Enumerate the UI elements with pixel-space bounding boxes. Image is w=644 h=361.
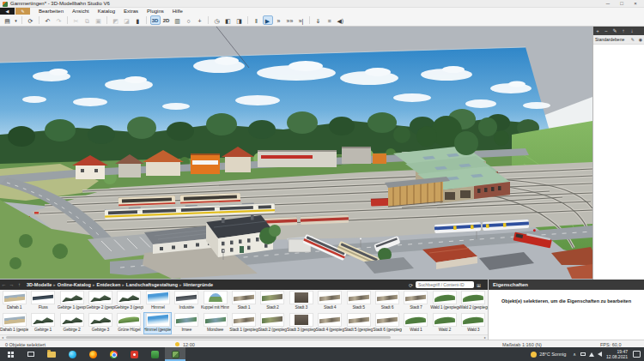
catalog-item[interactable]: Fluss xyxy=(28,290,57,312)
catalog-item[interactable]: Wald 1 xyxy=(402,312,430,334)
view-3d-button[interactable]: 3D xyxy=(150,15,161,25)
panel-left-button[interactable]: ◧ xyxy=(223,15,234,25)
catalog-item[interactable]: Stadt 2 xyxy=(258,290,287,312)
catalog-item[interactable]: Stadt 6 (gespiegelt) xyxy=(373,312,401,334)
catalog-item[interactable]: Gebirge 3 xyxy=(86,312,114,334)
battery-icon[interactable] xyxy=(580,352,586,356)
edit-layer-button[interactable]: ✎ xyxy=(611,27,619,35)
catalog-item[interactable]: Stadt 1 xyxy=(229,290,258,312)
catalog-item[interactable]: Stadt 4 (gespiegelt) xyxy=(316,312,344,334)
menu-item[interactable]: Katalog xyxy=(94,8,119,15)
app-red-button[interactable] xyxy=(124,347,144,361)
minimize-button[interactable]: ─ xyxy=(601,0,615,8)
catalog-item[interactable]: Gebirge 3 (gespiegelt) xyxy=(115,290,143,312)
remove-layer-button[interactable]: − xyxy=(602,27,611,35)
paste-button[interactable]: ▣ xyxy=(94,15,104,25)
fast-forward-button[interactable]: » xyxy=(274,15,284,25)
maximize-button[interactable]: □ xyxy=(615,0,629,8)
breadcrumb-item[interactable]: Landschaftsgestaltung xyxy=(125,280,179,290)
back-mode-button[interactable]: ◀ xyxy=(0,8,15,15)
delete-button[interactable]: ▮ xyxy=(133,15,143,25)
menu-item[interactable]: Extras xyxy=(119,8,143,15)
copy-button[interactable]: ⧉ xyxy=(82,15,93,25)
3d-viewport[interactable] xyxy=(0,27,592,280)
scrollbar-thumb[interactable] xyxy=(6,336,391,339)
task-view-button[interactable] xyxy=(21,347,41,361)
grid-button[interactable]: ▥ xyxy=(173,15,183,25)
catalog-item[interactable]: Gebirge 2 xyxy=(58,312,86,334)
file-explorer-button[interactable] xyxy=(41,347,62,361)
catalog-back-button[interactable]: ← xyxy=(0,280,8,290)
cut-button[interactable]: ✂ xyxy=(71,15,82,25)
chrome-button[interactable] xyxy=(103,347,124,361)
contour-button[interactable]: ≡ xyxy=(325,15,335,25)
menu-item[interactable]: Ansicht xyxy=(68,8,94,15)
start-button[interactable] xyxy=(0,347,21,361)
mirror-vertical-button[interactable]: ◪ xyxy=(122,15,132,25)
taskbar-clock[interactable]: 19:47 12.08.2021 xyxy=(606,349,628,359)
weather-text[interactable]: 28°C Sonnig xyxy=(539,352,566,357)
view-2d-button[interactable]: 2D xyxy=(161,15,172,25)
catalog-item[interactable]: Mondsee xyxy=(201,312,229,334)
catalog-item[interactable]: Gebirge 2 (gespiegelt) xyxy=(86,290,114,312)
catalog-up-button[interactable]: ↑ xyxy=(15,280,23,290)
catalog-item[interactable]: Stadt 7 xyxy=(402,290,430,312)
breadcrumb-item[interactable]: Hintergründe xyxy=(182,280,216,290)
catalog-item[interactable]: Stadt 6 xyxy=(373,290,401,312)
layer-edit-icon[interactable]: ✎ xyxy=(631,36,635,44)
action-center-icon[interactable] xyxy=(633,351,641,358)
layer-row-standardebene[interactable]: Standardebene ✎ ◉ xyxy=(593,35,644,45)
app-green-button[interactable] xyxy=(144,347,165,361)
panel-right-button[interactable]: ◨ xyxy=(234,15,245,25)
catalog-item[interactable]: Himmel (gespiegelt) xyxy=(143,312,172,334)
volume-icon[interactable] xyxy=(598,352,602,357)
catalog-item[interactable]: Stadt 3 (gespiegelt) xyxy=(287,312,315,334)
undo-button[interactable]: ↶ xyxy=(43,15,53,25)
breadcrumb-item[interactable]: 3D-Modelle xyxy=(25,280,53,290)
catalog-item[interactable]: Grüne Hügel xyxy=(115,312,143,334)
edge-button[interactable] xyxy=(62,347,82,361)
faster-forward-button[interactable]: »» xyxy=(285,15,295,25)
catalog-item[interactable]: Dahab 1 xyxy=(0,290,28,312)
menu-item[interactable]: Bearbeiten xyxy=(34,8,68,15)
sound-button[interactable]: ◀⟩ xyxy=(336,15,346,25)
redo-button[interactable]: ↷ xyxy=(54,15,64,25)
save-dropdown-caret-icon[interactable]: ▾ xyxy=(14,15,19,25)
catalog-item[interactable]: Stadt 1 (gespiegelt) xyxy=(229,312,258,334)
skip-to-end-button[interactable]: »| xyxy=(296,15,307,25)
catalog-item[interactable]: Dahab 1 (gespiegelt) xyxy=(0,312,28,334)
pause-button[interactable]: ‖ xyxy=(252,15,262,25)
catalog-item[interactable]: Wald 1 (gespiegelt) xyxy=(430,290,459,312)
catalog-item[interactable]: Industrie xyxy=(172,290,200,312)
catalog-item[interactable]: Wald 3 xyxy=(459,312,488,334)
firefox-button[interactable] xyxy=(82,347,103,361)
search-input[interactable] xyxy=(416,281,474,288)
play-button[interactable]: ▶ xyxy=(263,15,273,25)
tray-chevron-icon[interactable]: ∧ xyxy=(573,352,576,357)
add-object-button[interactable]: + xyxy=(195,15,205,25)
lamp-button[interactable]: ○ xyxy=(184,15,194,25)
grid-view-icon[interactable]: ⊞ xyxy=(477,282,481,288)
catalog-item[interactable]: Gebirge 1 xyxy=(28,312,57,334)
breadcrumb-item[interactable]: Online-Katalog xyxy=(56,280,93,290)
catalog-item[interactable]: Stadt 4 xyxy=(316,290,344,312)
catalog-item[interactable]: Himmel xyxy=(143,290,172,312)
catalog-item[interactable]: Stadt 2 (gespiegelt) xyxy=(258,312,287,334)
breadcrumb-item[interactable]: Entdecken xyxy=(95,280,123,290)
catalog-item[interactable]: Wald 2 xyxy=(430,312,459,334)
add-layer-button[interactable]: + xyxy=(593,27,602,35)
network-icon[interactable] xyxy=(589,352,594,357)
catalog-item[interactable]: Gebirge 1 (gespiegelt) xyxy=(58,290,86,312)
catalog-forward-button[interactable]: → xyxy=(8,280,15,290)
mirror-horizontal-button[interactable]: ◩ xyxy=(111,15,121,25)
catalog-item[interactable]: Stadt 3 xyxy=(287,290,315,312)
snap-to-ground-button[interactable]: ⇓ xyxy=(313,15,324,25)
move-layer-up-button[interactable]: ↑ xyxy=(619,27,628,35)
reload-button[interactable]: ⟳ xyxy=(26,15,36,25)
catalog-item[interactable]: Stadt 5 (gespiegelt) xyxy=(344,312,373,334)
catalog-item[interactable]: Stadt 5 xyxy=(344,290,373,312)
catalog-item[interactable]: Wald 2 (gespiegelt) xyxy=(459,290,488,312)
catalog-item[interactable]: Kuppel mit Himmel xyxy=(201,290,229,312)
catalog-item[interactable]: Irrsee xyxy=(172,312,200,334)
close-button[interactable]: × xyxy=(629,0,642,8)
